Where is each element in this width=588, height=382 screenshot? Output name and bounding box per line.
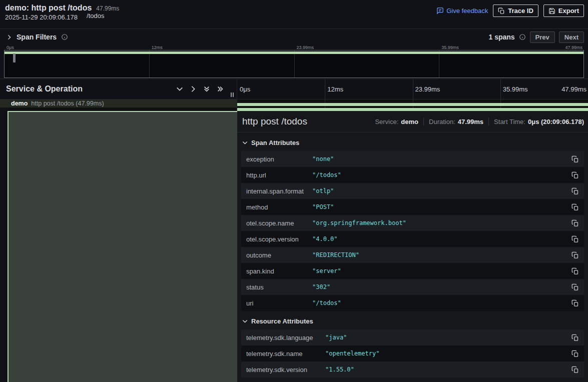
span-filters-expander[interactable]: Span Filters	[0, 33, 68, 41]
collapse-one-icon[interactable]	[176, 86, 183, 92]
save-icon	[548, 8, 555, 14]
copy-value-icon[interactable]	[571, 350, 579, 358]
attribute-row: telemetry.sdk.name "opentelemetry"	[241, 346, 584, 362]
attribute-key: method	[246, 204, 312, 211]
attribute-key: exception	[246, 156, 312, 163]
export-label: Export	[558, 7, 579, 14]
timeline-gridline	[325, 79, 325, 99]
copy-value-icon[interactable]	[571, 220, 579, 227]
attribute-key: telemetry.sdk.name	[246, 350, 325, 358]
info-icon[interactable]	[61, 34, 68, 40]
span-timeline-cell	[237, 100, 588, 108]
minimap-span-bar	[5, 52, 583, 54]
span-detail-bar-cell	[237, 108, 588, 111]
copy-value-icon[interactable]	[571, 172, 579, 179]
timeline-header: Service & Operation 0μs12ms2	[0, 78, 588, 100]
copy-value-icon[interactable]	[571, 268, 579, 275]
span-service-name: demo	[11, 100, 28, 107]
copy-value-icon[interactable]	[571, 366, 579, 374]
attribute-key: telemetry.sdk.language	[246, 334, 325, 342]
attribute-key: status	[246, 284, 312, 291]
chevron-down-icon	[242, 318, 248, 324]
tick-label: 47.99ms	[561, 86, 586, 93]
meta-divider	[423, 118, 424, 126]
next-button[interactable]: Next	[559, 32, 584, 43]
copy-value-icon[interactable]	[571, 156, 579, 163]
start-time-value: 0μs (20:09:06.178)	[528, 118, 584, 126]
minimap-tick-labels: 0μs12ms23.99ms35.99ms47.99ms	[4, 45, 584, 50]
attribute-row: method "POST"	[241, 199, 584, 215]
tick-label: 47.99ms	[565, 45, 582, 50]
duration-label: Duration:	[429, 118, 455, 126]
attribute-row: telemetry.sdk.language "java"	[241, 330, 584, 346]
resource-attributes-section-header[interactable]: Resource Attributes	[242, 318, 584, 325]
copy-value-icon[interactable]	[571, 334, 579, 342]
info-icon[interactable]	[519, 34, 526, 40]
header-actions: Give feedback Trace ID Export	[436, 4, 584, 17]
collapse-all-icon[interactable]	[203, 86, 210, 92]
copy-value-icon[interactable]	[571, 204, 579, 211]
export-button[interactable]: Export	[543, 4, 584, 17]
expand-all-icon[interactable]	[217, 86, 224, 92]
timeline-gridline	[500, 79, 501, 99]
span-count: 1 spans	[488, 33, 514, 41]
tick-label: 12ms	[327, 86, 343, 93]
span-name-cell[interactable]: demo http post /todos (47.99ms)	[0, 100, 237, 108]
span-detail-panel: http post /todos Service: demo Duration:…	[237, 111, 588, 382]
trace-id-button[interactable]: Trace ID	[493, 4, 538, 17]
attribute-row: span.kind "server"	[241, 263, 584, 279]
attribute-value: "java"	[325, 334, 347, 341]
timeline-gridline	[413, 79, 413, 99]
copy-value-icon[interactable]	[571, 300, 579, 307]
expand-one-icon[interactable]	[190, 86, 197, 92]
tick-label: 35.99ms	[503, 86, 528, 93]
span-detail-header: http post /todos Service: demo Duration:…	[237, 111, 588, 132]
trace-duration: 47.99ms	[96, 5, 119, 12]
chevron-down-icon	[242, 140, 248, 146]
minimap-canvas[interactable]	[4, 50, 584, 78]
attribute-row: status "302"	[241, 279, 584, 295]
minimap-gridline	[149, 50, 150, 78]
attribute-row: otel.scope.version "4.0.0"	[241, 231, 584, 247]
span-operation-name: http post /todos (47.99ms)	[31, 100, 104, 107]
minimap-drag-handle[interactable]	[13, 54, 16, 62]
tick-label: 35.99ms	[441, 45, 459, 50]
copy-value-icon[interactable]	[571, 252, 579, 259]
attribute-value: "302"	[312, 284, 330, 290]
trace-viewer: demo: http post /todos 47.99ms 2025-11-2…	[0, 0, 588, 382]
service-operation-label: Service & Operation	[6, 79, 83, 99]
copy-value-icon[interactable]	[571, 284, 579, 291]
prev-button[interactable]: Prev	[530, 32, 555, 43]
span-duration-bar[interactable]	[237, 103, 588, 106]
timeline-ruler: 0μs12ms23.99ms35.99ms47.99ms	[237, 79, 588, 99]
trace-header: demo: http post /todos 47.99ms 2025-11-2…	[0, 0, 588, 28]
attribute-row: telemetry.sdk.version "1.55.0"	[241, 362, 584, 378]
trace-id-label: Trace ID	[508, 7, 533, 14]
attribute-key: uri	[246, 300, 312, 307]
attribute-key: span.kind	[246, 268, 312, 275]
tick-label: 0μs	[240, 86, 250, 93]
attribute-key: outcome	[246, 252, 312, 259]
copy-value-icon[interactable]	[571, 236, 579, 243]
span-detail-meta: Service: demo Duration: 47.99ms Start Ti…	[375, 118, 584, 126]
span-row: demo http post /todos (47.99ms)	[0, 100, 588, 111]
attribute-value: "none"	[312, 156, 334, 162]
minimap-gridline	[439, 50, 439, 78]
attribute-value: "org.springframework.boot"	[312, 220, 406, 226]
copy-icon	[498, 8, 505, 14]
attribute-value: "otlp"	[312, 188, 334, 194]
span-detail-backdrop	[8, 111, 237, 382]
span-detail-title: http post /todos	[242, 116, 307, 127]
service-value: demo	[401, 118, 418, 126]
copy-value-icon[interactable]	[571, 188, 579, 195]
duration-value: 47.99ms	[458, 118, 483, 126]
span-attributes-section-header[interactable]: Span Attributes	[242, 139, 584, 146]
tick-label: 0μs	[7, 45, 14, 50]
span-attributes-title: Span Attributes	[251, 139, 299, 146]
service-label: Service:	[375, 118, 398, 126]
column-resize-handle[interactable]	[230, 92, 235, 98]
attribute-value: "4.0.0"	[312, 236, 338, 242]
give-feedback-link[interactable]: Give feedback	[436, 7, 488, 14]
attribute-key: http.url	[246, 172, 312, 179]
minimap-gridline	[294, 50, 295, 78]
